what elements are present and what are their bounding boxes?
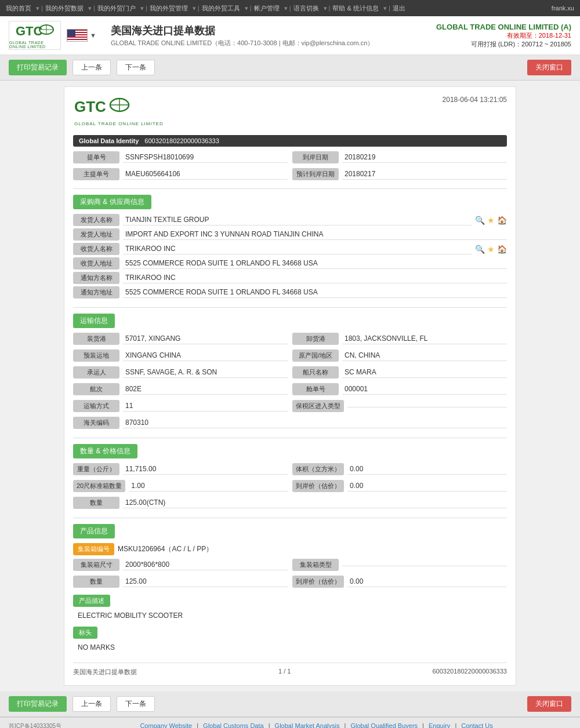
prev-button-bottom[interactable]: 上一条 xyxy=(72,696,111,712)
bill-lading-value: 000001 xyxy=(342,384,507,395)
bill-no-label: 提单号 xyxy=(73,151,119,163)
marks-value: NO MARKS xyxy=(73,641,507,654)
container-type-field: 集装箱类型 xyxy=(292,559,507,571)
marks-section: 标头 NO MARKS xyxy=(73,624,507,654)
nav-portal[interactable]: 我的外贸门户 xyxy=(97,4,136,13)
footer-link-company[interactable]: Company Website xyxy=(140,722,192,728)
footer-link-market[interactable]: Global Market Analysis xyxy=(275,722,340,728)
nav-logout[interactable]: 退出 xyxy=(393,4,405,13)
weight-field: 重量（公斤） 11,715.00 xyxy=(73,463,288,475)
nav-tools[interactable]: 我的外贸工具 xyxy=(202,4,240,13)
vessel-label: 船只名称 xyxy=(292,366,339,378)
product-qty-field: 数量 125.00 xyxy=(73,576,288,588)
shipper-addr-label: 发货人地址 xyxy=(73,228,119,241)
transport-mode-value: 11 xyxy=(123,401,288,412)
shipper-addr-value: IMPORT AND EXPORT INC 3 YUNNAN ROAD TIAN… xyxy=(123,229,507,240)
main-bill-value: MAEU605664106 xyxy=(123,169,288,180)
container-size-field: 集装箱尺寸 2000*806*800 xyxy=(73,559,288,571)
weight-value: 11,715.00 xyxy=(123,464,288,475)
page-header: GTC GLOBAL TRADE ONLINE LIMITED ▼ 美国海关进口… xyxy=(0,16,580,55)
product-desc-value: ELECTRIC MOBILITY SCOOTER xyxy=(73,609,507,622)
print-button-top[interactable]: 打印贸易记录 xyxy=(9,60,67,75)
consignee-star-icon[interactable]: ★ xyxy=(487,245,495,254)
load-port-value: 57017, XINGANG xyxy=(123,333,288,344)
est-arrival-value: 20180217 xyxy=(342,169,507,180)
container-price-row: 20尺标准箱数量 1.00 到岸价（估价） 0.00 xyxy=(73,480,507,494)
product-price-field: 到岸价（估价） 0.00 xyxy=(292,576,507,588)
consignee-addr-value: 5525 COMMERCE RODA SUITE 1 ORLANDO FL 34… xyxy=(123,258,507,269)
footer-link-contact[interactable]: Contact Us xyxy=(461,722,492,728)
arrival-date-value: 20180219 xyxy=(342,152,507,163)
footer-link-buyers[interactable]: Global Qualified Buyers xyxy=(350,722,418,728)
footer-link-enquiry[interactable]: Enquiry xyxy=(429,722,450,728)
container-no-value: MSKU1206964（AC / L / PP） xyxy=(118,544,213,554)
shipper-home-icon[interactable]: 🏠 xyxy=(497,216,507,225)
shipper-search-icon[interactable]: 🔍 xyxy=(475,216,485,225)
company-contact-info: GLOBAL TRADE ONLINE LIMITED（电话：400-710-3… xyxy=(111,39,436,48)
svg-text:GTC: GTC xyxy=(74,98,106,115)
voyage-bill-row: 航次 802E 舱单号 000001 xyxy=(73,383,507,398)
est-arrival-field: 预计到岸日期 20180217 xyxy=(292,168,507,180)
close-button-bottom[interactable]: 关闭窗口 xyxy=(527,696,571,712)
transport-mode-label: 运输方式 xyxy=(73,400,119,412)
discharge-port-label: 卸货港 xyxy=(292,333,339,345)
doc-footer-record-id: 600320180220000036333 xyxy=(433,668,507,676)
product-qty-price-row: 数量 125.00 到岸价（估价） 0.00 xyxy=(73,576,507,590)
consignee-addr-row: 收货人地址 5525 COMMERCE RODA SUITE 1 ORLANDO… xyxy=(73,257,507,270)
footer-link-customs[interactable]: Global Customs Data xyxy=(203,722,264,728)
transport-section-header: 运输信息 xyxy=(73,314,115,328)
next-button-bottom[interactable]: 下一条 xyxy=(117,696,155,712)
discharge-port-field: 卸货港 1803, JACKSONVILLE, FL xyxy=(292,333,507,345)
origin-label: 原产国/地区 xyxy=(292,350,339,362)
close-button-top[interactable]: 关闭窗口 xyxy=(527,60,571,75)
transport-ftz-row: 运输方式 11 保税区进入类型 xyxy=(73,400,507,414)
prev-button-top[interactable]: 上一条 xyxy=(72,60,111,75)
bill-no-field: 提单号 SSNFSPSH18010699 xyxy=(73,151,288,163)
flag-dropdown-arrow[interactable]: ▼ xyxy=(90,32,96,39)
consignee-home-icon[interactable]: 🏠 xyxy=(497,245,507,254)
username: frank.xu xyxy=(552,5,574,12)
bill-lading-label: 舱单号 xyxy=(292,383,339,395)
divider-1 xyxy=(73,188,507,189)
print-button-bottom[interactable]: 打印贸易记录 xyxy=(9,696,67,712)
shipper-name-value: TIANJIN TEXTILE GROUP xyxy=(123,214,472,225)
divider-2 xyxy=(73,307,507,308)
nav-home[interactable]: 我的首页 xyxy=(6,4,31,13)
logo-svg: GTC xyxy=(14,23,55,43)
consignee-name-value: TRIKAROO INC xyxy=(123,243,472,254)
notify-name-value: TRIKAROO INC xyxy=(123,272,507,283)
nav-language[interactable]: 语言切换 xyxy=(293,4,319,13)
icp-number: 苏ICP备14033305号 xyxy=(9,722,61,728)
consignee-search-icon[interactable]: 🔍 xyxy=(475,245,485,254)
carrier-field: 承运人 SSNF, SAVAGE, A. R. & SON xyxy=(73,366,288,378)
next-button-top[interactable]: 下一条 xyxy=(117,60,155,75)
nav-help[interactable]: 帮助 & 统计信息 xyxy=(332,4,378,13)
header-account-info: GLOBAL TRADE ONLINE LIMITED (A) 有效期至：201… xyxy=(436,23,571,49)
container20-value: 1.00 xyxy=(129,481,288,492)
divider-4 xyxy=(73,518,507,518)
qty-label: 数量 xyxy=(73,497,119,509)
discharge-port-value: 1803, JACKSONVILLE, FL xyxy=(342,333,507,344)
arrival-price-value: 0.00 xyxy=(347,481,507,492)
top-toolbar: 打印贸易记录 上一条 下一条 关闭窗口 xyxy=(0,55,580,81)
nav-account[interactable]: 帐户管理 xyxy=(254,4,280,13)
document-header: GTC GLOBAL TRADE ONLINE LIMITED 2018-06-… xyxy=(73,96,507,126)
load-port-field: 装货港 57017, XINGANG xyxy=(73,333,288,345)
header-title-area: 美国海关进口提单数据 GLOBAL TRADE ONLINE LIMITED（电… xyxy=(111,24,436,48)
top-navigation: 我的首页 ▾ | 我的外贸数据 ▾ | 我的外贸门户 ▾ | 我的外贸管理 ▾ … xyxy=(0,0,580,16)
flag-selector[interactable]: ▼ xyxy=(67,29,96,42)
nav-data[interactable]: 我的外贸数据 xyxy=(45,4,84,13)
nav-manage[interactable]: 我的外贸管理 xyxy=(150,4,188,13)
doc-footer-source: 美国海关进口提单数据 xyxy=(73,668,137,676)
logo-area: GTC GLOBAL TRADE ONLINE LIMITED ▼ xyxy=(9,21,105,50)
container-size-type-row: 集装箱尺寸 2000*806*800 集装箱类型 xyxy=(73,559,507,573)
vessel-value: SC MARA xyxy=(342,367,507,378)
shipper-star-icon[interactable]: ★ xyxy=(487,216,495,225)
supplier-section: 采购商 & 供应商信息 发货人名称 TIANJIN TEXTILE GROUP … xyxy=(73,195,507,299)
notify-name-row: 通知方名称 TRIKAROO INC xyxy=(73,272,507,284)
volume-label: 体积（立方米） xyxy=(292,463,344,475)
quantity-section: 数量 & 价格信息 重量（公斤） 11,715.00 体积（立方米） 0.00 … xyxy=(73,444,507,509)
hs-code-row: 海关编码 870310 xyxy=(73,417,507,429)
footer-links: Company Website | Global Customs Data | … xyxy=(9,722,571,728)
carrier-label: 承运人 xyxy=(73,366,119,378)
